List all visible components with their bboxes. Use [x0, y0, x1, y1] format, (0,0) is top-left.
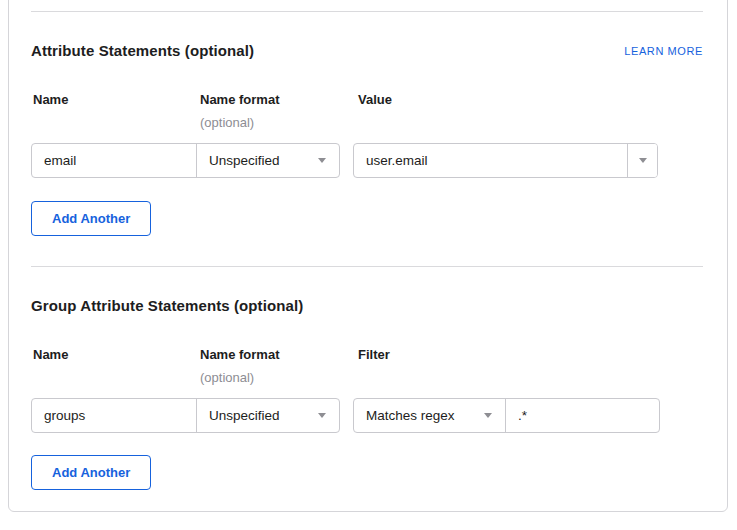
group-attribute-columns-row: Name Name format (optional) Filter [31, 347, 703, 385]
attribute-columns-row: Name Name format (optional) Value [31, 92, 703, 130]
filter-type-select[interactable]: Matches regex [354, 399, 506, 432]
attribute-value-field-wrap [354, 144, 627, 177]
settings-card: Attribute Statements (optional) LEARN MO… [8, 0, 728, 512]
chevron-down-icon [484, 413, 492, 418]
filter-type-selected-value: Matches regex [366, 408, 455, 423]
group-attribute-statement-row: Unspecified Matches regex [31, 398, 703, 433]
name-and-format-group: Unspecified [31, 143, 340, 178]
group-name-format-optional-note: (optional) [200, 370, 340, 385]
learn-more-link[interactable]: LEARN MORE [624, 45, 703, 57]
chevron-down-icon [639, 158, 647, 163]
name-format-optional-note: (optional) [200, 115, 340, 130]
attribute-statements-header: Attribute Statements (optional) LEARN MO… [31, 42, 703, 59]
name-format-column: Name format (optional) [197, 92, 340, 130]
group-name-format-column-label: Name format [200, 347, 340, 362]
name-format-column-label: Name format [200, 92, 340, 107]
value-column-label: Value [353, 92, 392, 107]
section-divider [31, 11, 703, 12]
group-attribute-statements-header: Group Attribute Statements (optional) [31, 297, 703, 314]
group-name-format-column: Name format (optional) [197, 347, 340, 385]
add-another-group-attribute-button[interactable]: Add Another [31, 455, 151, 490]
name-format-select[interactable]: Unspecified [197, 144, 339, 177]
filter-column-label: Filter [353, 347, 390, 362]
attribute-statements-title: Attribute Statements (optional) [31, 42, 254, 59]
add-another-attribute-button[interactable]: Add Another [31, 201, 151, 236]
name-column-label: Name [31, 92, 197, 107]
filter-value-input[interactable] [506, 399, 659, 432]
attribute-value-input[interactable] [354, 144, 627, 177]
section-divider [31, 266, 703, 267]
chevron-down-icon [318, 158, 326, 163]
group-name-field-wrap [32, 399, 197, 432]
attribute-name-field-wrap [32, 144, 197, 177]
attribute-statement-row: Unspecified [31, 143, 703, 178]
attribute-name-input[interactable] [32, 144, 196, 177]
attribute-value-dropdown-button[interactable] [627, 144, 657, 177]
attribute-value-combobox [353, 143, 658, 178]
group-name-input[interactable] [32, 399, 196, 432]
group-name-column-label: Name [31, 347, 197, 362]
filter-value-field-wrap [506, 399, 659, 432]
group-name-format-select[interactable]: Unspecified [197, 399, 339, 432]
group-name-and-format-group: Unspecified [31, 398, 340, 433]
group-attribute-statements-title: Group Attribute Statements (optional) [31, 297, 303, 314]
chevron-down-icon [318, 413, 326, 418]
name-format-selected-value: Unspecified [209, 153, 280, 168]
group-name-format-selected-value: Unspecified [209, 408, 280, 423]
group-filter-group: Matches regex [353, 398, 660, 433]
